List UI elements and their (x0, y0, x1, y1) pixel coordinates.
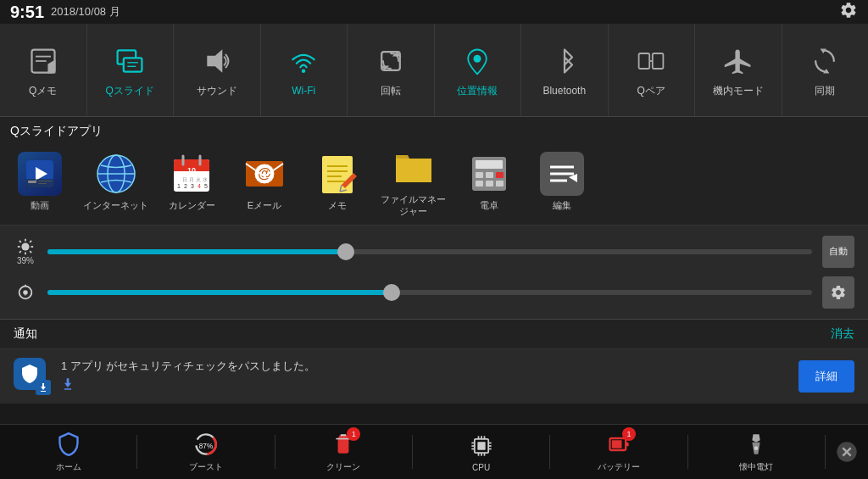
svg-point-67 (21, 243, 29, 251)
svg-text:!: ! (25, 289, 26, 297)
bottom-boost[interactable]: 87% ブースト (137, 426, 274, 478)
svg-text:5: 5 (204, 183, 208, 189)
svg-text:10: 10 (187, 166, 196, 175)
svg-rect-15 (653, 53, 664, 69)
toggle-qmemo[interactable]: Qメモ (0, 24, 87, 116)
cpu-icon (468, 432, 495, 460)
boost-icon: 87% (192, 431, 220, 458)
settings-icon[interactable] (839, 1, 858, 23)
svg-text:2: 2 (184, 183, 187, 189)
toggle-sound[interactable]: サウンド (174, 24, 261, 116)
svg-point-102 (754, 446, 759, 450)
app-calendar[interactable]: 10 日 月 火 水 1 2 3 4 5 カレンダー (162, 152, 221, 211)
svg-rect-57 (476, 172, 483, 178)
battery-badge: 1 (622, 427, 636, 441)
brightness-slider[interactable] (47, 249, 812, 254)
toggle-sync[interactable]: 同期 (782, 24, 869, 116)
flashlight-icon (743, 431, 770, 458)
detail-button[interactable]: 詳細 (798, 360, 854, 393)
battery-icon: 1 (605, 431, 632, 458)
toggle-wifi[interactable]: Wi-Fi (261, 24, 348, 116)
bottom-home[interactable]: ホーム (0, 426, 136, 478)
toggle-qpair[interactable]: Qペア (609, 24, 696, 116)
svg-marker-3 (47, 59, 55, 73)
brightness-percent: 39% (17, 256, 34, 265)
volume-icon: ! (14, 283, 37, 302)
volume-row: ! (14, 276, 854, 309)
svg-line-74 (30, 241, 31, 242)
svg-point-9 (302, 70, 306, 74)
svg-rect-58 (486, 172, 493, 178)
qslide-section: Qスライドアプリ 動画 (0, 117, 868, 225)
svg-text:日: 日 (182, 177, 187, 182)
bottom-bar: ホーム 87% ブースト 1 クリーン (0, 424, 868, 479)
notification-text: 1 アプリ がセキュリティチェックをパスしました。 (61, 359, 788, 393)
svg-rect-61 (486, 181, 493, 187)
volume-settings-btn[interactable] (822, 276, 854, 309)
home-shield-icon (55, 431, 82, 458)
app-video[interactable]: 動画 (10, 152, 70, 211)
header-left: 9:51 2018/10/08 月 (10, 3, 120, 22)
notification-item[interactable]: 1 アプリ がセキュリティチェックをパスしました。 詳細 (0, 348, 868, 404)
svg-text:87%: 87% (199, 443, 213, 450)
svg-text:月: 月 (189, 177, 194, 182)
brightness-row: 39% 自動 (14, 236, 854, 268)
app-calculator[interactable]: 電卓 (459, 152, 519, 211)
svg-text:水: 水 (203, 177, 208, 182)
clear-notifications-button[interactable]: 消去 (831, 326, 854, 342)
svg-line-75 (19, 251, 21, 253)
clean-icon: 1 (330, 431, 357, 458)
app-internet[interactable]: インターネット (83, 152, 148, 211)
qslide-apps: 動画 インターネット (10, 146, 858, 218)
toggle-qslide[interactable]: Qスライド (87, 24, 175, 116)
toggle-rotate[interactable]: 回転 (348, 24, 435, 116)
svg-rect-86 (477, 442, 485, 449)
svg-rect-5 (124, 58, 142, 72)
bottom-battery[interactable]: 1 バッテリー (550, 426, 687, 478)
svg-rect-59 (496, 172, 504, 178)
app-memo[interactable]: メモ (308, 152, 367, 211)
toggle-location[interactable]: 位置情報 (435, 24, 522, 116)
svg-text:火: 火 (196, 177, 201, 182)
svg-rect-101 (612, 440, 622, 448)
bottom-flashlight[interactable]: 懐中電灯 (688, 426, 825, 478)
svg-text:4: 4 (198, 183, 201, 189)
header: 9:51 2018/10/08 月 (0, 0, 868, 24)
toggle-bar: Qメモ Qスライド サウンド (0, 24, 868, 117)
svg-text:1: 1 (177, 183, 181, 189)
svg-rect-24 (38, 183, 47, 184)
time-display: 9:51 (10, 3, 44, 22)
svg-point-13 (474, 55, 481, 63)
toggle-bluetooth[interactable]: Bluetooth (521, 24, 609, 116)
svg-rect-60 (476, 181, 483, 187)
bottom-cpu[interactable]: CPU (413, 427, 549, 477)
svg-rect-48 (322, 156, 353, 193)
svg-rect-100 (626, 443, 629, 447)
bottom-clean[interactable]: 1 クリーン (275, 426, 412, 478)
svg-rect-14 (639, 53, 650, 69)
notification-icon-wrap (14, 358, 51, 395)
toggle-airplane[interactable]: 機内モード (695, 24, 782, 116)
clean-badge: 1 (347, 427, 360, 441)
app-filemanager[interactable]: ファイルマネー ジャー (381, 146, 446, 218)
svg-line-73 (30, 251, 31, 253)
svg-rect-23 (38, 181, 52, 181)
qslide-title: Qスライドアプリ (10, 124, 858, 139)
svg-marker-8 (208, 52, 221, 71)
brightness-icon: 39% (14, 237, 37, 265)
brightness-auto-btn[interactable]: 自動 (822, 236, 854, 268)
notification-header: 通知 消去 (0, 319, 868, 348)
close-button[interactable] (826, 440, 868, 464)
notification-title: 通知 (14, 326, 37, 342)
sliders-section: 39% 自動 ! (0, 225, 868, 319)
app-edit[interactable]: 編集 (532, 152, 592, 211)
svg-rect-22 (28, 181, 36, 183)
date-display: 2018/10/08 月 (51, 4, 120, 19)
volume-slider[interactable] (47, 290, 812, 295)
svg-rect-62 (496, 181, 504, 187)
svg-line-72 (19, 241, 21, 242)
app-email[interactable]: @ Eメール (235, 152, 294, 211)
svg-rect-56 (476, 160, 503, 169)
notification-sub-icon (36, 380, 51, 395)
svg-text:3: 3 (191, 183, 194, 189)
